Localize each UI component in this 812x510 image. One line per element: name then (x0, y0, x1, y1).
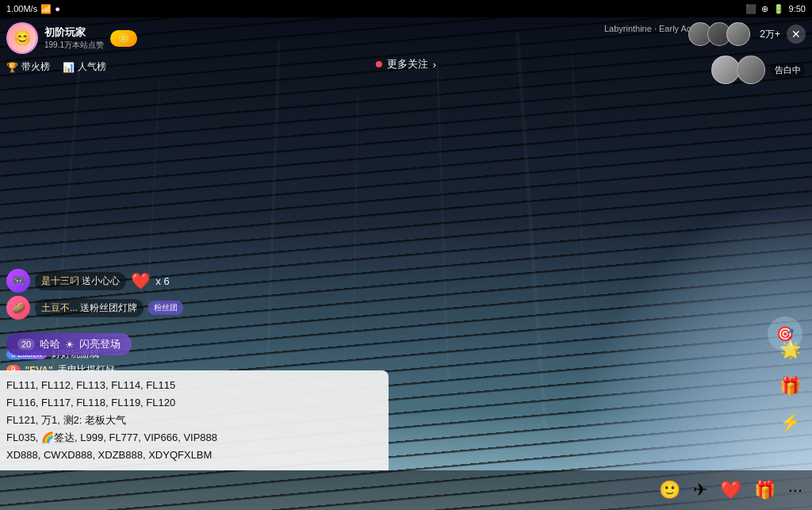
chat-bubble-1: 是十三叼 送小心心 (35, 272, 126, 290)
top-right-area: 2万+ ✕ (688, 22, 806, 46)
nav-hot-chart[interactable]: 🏆 带火榜 (6, 60, 50, 74)
gift-button[interactable]: 🎁 (754, 480, 776, 500)
deco-item-2: 🎁 (774, 370, 806, 402)
confession-avatars (711, 56, 765, 84)
follow-area[interactable]: 更多关注 › (376, 57, 436, 71)
viewer-avatar-3 (726, 22, 750, 46)
streamer-name: 初阶玩家 (44, 25, 104, 40)
gold-coin-button[interactable]: 🪙 (110, 30, 137, 47)
speed-indicator: 1.00M/s (6, 4, 37, 13)
conf-avatar-2 (737, 56, 765, 84)
popup-action-text: 闪亮登场 (79, 337, 121, 351)
follow-text: 更多关注 (387, 57, 428, 71)
conf-avatar-1 (711, 56, 740, 84)
chat-user-2: 土豆不... (41, 302, 78, 313)
bluetooth-icon: ⊕ (761, 4, 768, 14)
status-right: ⬛ ⊕ 🔋 9:50 (745, 4, 806, 14)
emoji-button[interactable]: 🙂 (659, 480, 680, 500)
cast-icon: ⬛ (745, 4, 756, 14)
bar-chart-icon: 📊 (63, 62, 75, 73)
chat-message-1: 🎮 是十三叼 送小心心 ❤️ x 6 (6, 269, 387, 293)
nav-popularity-chart[interactable]: 📊 人气榜 (63, 60, 106, 74)
chat-line-1: FL111, FL112, FL113, FL114, FL115 (6, 377, 382, 394)
right-side-buttons: 🎯 (768, 316, 802, 351)
popup-user: 哈哈 (40, 337, 60, 351)
chat-messages: 🎮 是十三叼 送小心心 ❤️ x 6 🥔 土豆不... 送粉丝团灯牌 粉丝团 (6, 269, 387, 320)
streamer-name-area: 初阶玩家 199.1万本站点赞 (44, 25, 104, 51)
chat-line-4: FL035, 🌈签达, L999, FL777, VIP666, VIP888 (6, 429, 382, 447)
follow-arrow-icon: › (433, 59, 436, 71)
signal-icon: ● (55, 4, 60, 13)
streamer-fans: 199.1万本站点赞 (44, 40, 104, 51)
deco-item-3: ⚡ (774, 407, 806, 439)
share-button[interactable]: ✈ (693, 480, 707, 500)
popup-banner: 20 哈哈 ☀ 闪亮登场 (6, 333, 132, 355)
chat-line-5: XD888, CWXD888, XDZB888, XDYQFXLBM (6, 447, 382, 464)
chat-action-2: 送粉丝团灯牌 (80, 302, 137, 313)
chat-user-1: 是十三叼 (41, 275, 79, 286)
gift-multiplier: x 6 (155, 275, 169, 287)
chat-avatar-2: 🥔 (6, 296, 30, 320)
status-left: 1.00M/s 📶 ● (6, 4, 60, 14)
chat-action-1: 送小心心 (82, 275, 120, 286)
chat-message-2: 🥔 土豆不... 送粉丝团灯牌 粉丝团 (6, 296, 387, 320)
chart-icon: 🏆 (6, 62, 18, 73)
nav-buttons: 🏆 带火榜 📊 人气榜 (6, 60, 106, 74)
live-indicator (376, 61, 382, 67)
chat-panel: FL111, FL112, FL113, FL114, FL115 FL116,… (0, 370, 389, 470)
battery-icon: 🔋 (773, 4, 784, 14)
more-button[interactable]: ··· (788, 480, 802, 500)
circle-btn-1[interactable]: 🎯 (768, 316, 802, 351)
streamer-avatar[interactable]: 😊 (6, 22, 38, 54)
chat-bubble-2: 土豆不... 送粉丝团灯牌 (35, 299, 144, 317)
chat-list-text: FL111, FL112, FL113, FL114, FL115 FL116,… (6, 377, 382, 464)
status-bar: 1.00M/s 📶 ● ⬛ ⊕ 🔋 9:50 (0, 0, 812, 17)
chat-line-2: FL116, FL117, FL118, FL119, FL120 (6, 394, 382, 412)
gift-label-badge: 粉丝团 (148, 301, 183, 315)
wifi-icon: 📶 (40, 4, 52, 14)
confession-panel: 告白中 (711, 56, 806, 84)
heart-button[interactable]: ❤️ (720, 480, 741, 500)
clock: 9:50 (789, 4, 806, 13)
chat-avatar-1: 🎮 (6, 269, 30, 293)
streamer-info: 😊 初阶玩家 199.1万本站点赞 🪙 (6, 22, 137, 54)
heart-gift-icon: ❤️ (131, 271, 151, 290)
viewer-avatars (688, 22, 750, 46)
confession-text: 告白中 (770, 63, 806, 78)
popup-badge: 20 (17, 339, 35, 350)
chat-line-3: FL121, 万1, 测2: 老板大气 (6, 412, 382, 429)
close-button[interactable]: ✕ (787, 25, 806, 44)
sun-icon: ☀ (65, 339, 75, 351)
bottom-toolbar: 🙂 ✈ ❤️ 🎁 ··· (0, 470, 812, 510)
viewer-count: 2万+ (760, 28, 780, 41)
